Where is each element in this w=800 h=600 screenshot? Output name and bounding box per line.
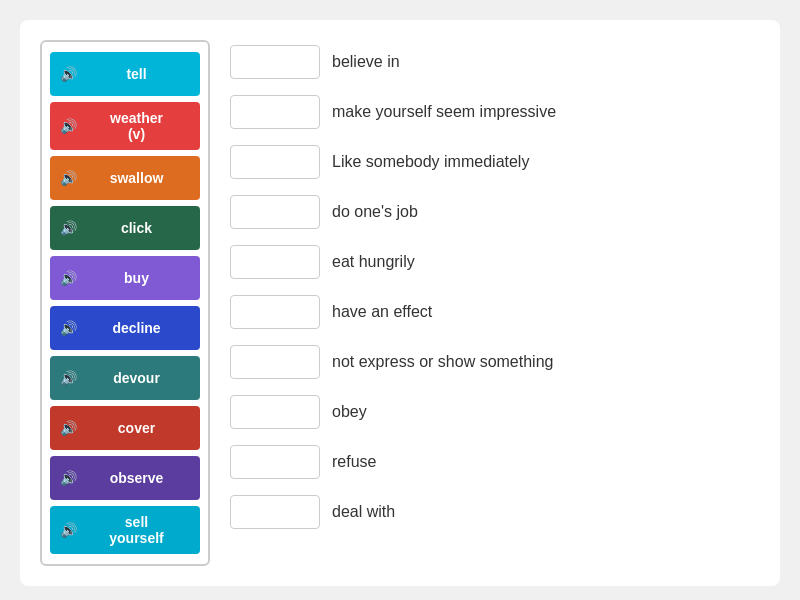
word-btn-swallow[interactable]: 🔊swallow [50, 156, 200, 200]
word-btn-decline[interactable]: 🔊decline [50, 306, 200, 350]
answer-input-0[interactable] [230, 45, 320, 79]
word-label: click [83, 220, 190, 236]
definition-text: obey [332, 402, 367, 423]
main-container: 🔊tell🔊weather(v)🔊swallow🔊click🔊buy🔊decli… [20, 20, 780, 586]
speaker-icon: 🔊 [60, 118, 77, 134]
answer-input-9[interactable] [230, 495, 320, 529]
match-row: refuse [230, 440, 760, 484]
definition-text: have an effect [332, 302, 432, 323]
match-row: deal with [230, 490, 760, 534]
answer-input-7[interactable] [230, 395, 320, 429]
speaker-icon: 🔊 [60, 370, 77, 386]
answer-input-5[interactable] [230, 295, 320, 329]
speaker-icon: 🔊 [60, 320, 77, 336]
match-row: obey [230, 390, 760, 434]
match-row: have an effect [230, 290, 760, 334]
word-btn-click[interactable]: 🔊click [50, 206, 200, 250]
speaker-icon: 🔊 [60, 170, 77, 186]
speaker-icon: 🔊 [60, 220, 77, 236]
word-label: decline [83, 320, 190, 336]
definition-text: Like somebody immediately [332, 152, 529, 173]
word-label: buy [83, 270, 190, 286]
answer-input-6[interactable] [230, 345, 320, 379]
word-label: cover [83, 420, 190, 436]
word-label: weather(v) [83, 110, 190, 142]
speaker-icon: 🔊 [60, 270, 77, 286]
definition-text: believe in [332, 52, 400, 73]
speaker-icon: 🔊 [60, 66, 77, 82]
answer-input-8[interactable] [230, 445, 320, 479]
match-row: make yourself seem impressive [230, 90, 760, 134]
match-row: do one's job [230, 190, 760, 234]
word-btn-sell_yourself[interactable]: 🔊sellyourself [50, 506, 200, 554]
word-btn-weather[interactable]: 🔊weather(v) [50, 102, 200, 150]
match-row: not express or show something [230, 340, 760, 384]
definition-text: make yourself seem impressive [332, 102, 556, 123]
speaker-icon: 🔊 [60, 522, 77, 538]
word-btn-devour[interactable]: 🔊devour [50, 356, 200, 400]
definition-text: do one's job [332, 202, 418, 223]
definition-list: believe inmake yourself seem impressiveL… [230, 40, 760, 566]
word-btn-buy[interactable]: 🔊buy [50, 256, 200, 300]
speaker-icon: 🔊 [60, 420, 77, 436]
answer-input-4[interactable] [230, 245, 320, 279]
answer-input-2[interactable] [230, 145, 320, 179]
word-btn-observe[interactable]: 🔊observe [50, 456, 200, 500]
match-row: eat hungrily [230, 240, 760, 284]
word-btn-tell[interactable]: 🔊tell [50, 52, 200, 96]
word-label: sellyourself [83, 514, 190, 546]
speaker-icon: 🔊 [60, 470, 77, 486]
definition-text: not express or show something [332, 352, 553, 373]
definition-text: eat hungrily [332, 252, 415, 273]
definition-text: deal with [332, 502, 395, 523]
word-list: 🔊tell🔊weather(v)🔊swallow🔊click🔊buy🔊decli… [40, 40, 210, 566]
match-row: believe in [230, 40, 760, 84]
word-label: devour [83, 370, 190, 386]
answer-input-1[interactable] [230, 95, 320, 129]
answer-input-3[interactable] [230, 195, 320, 229]
word-label: swallow [83, 170, 190, 186]
word-btn-cover[interactable]: 🔊cover [50, 406, 200, 450]
word-label: tell [83, 66, 190, 82]
match-row: Like somebody immediately [230, 140, 760, 184]
definition-text: refuse [332, 452, 376, 473]
word-label: observe [83, 470, 190, 486]
